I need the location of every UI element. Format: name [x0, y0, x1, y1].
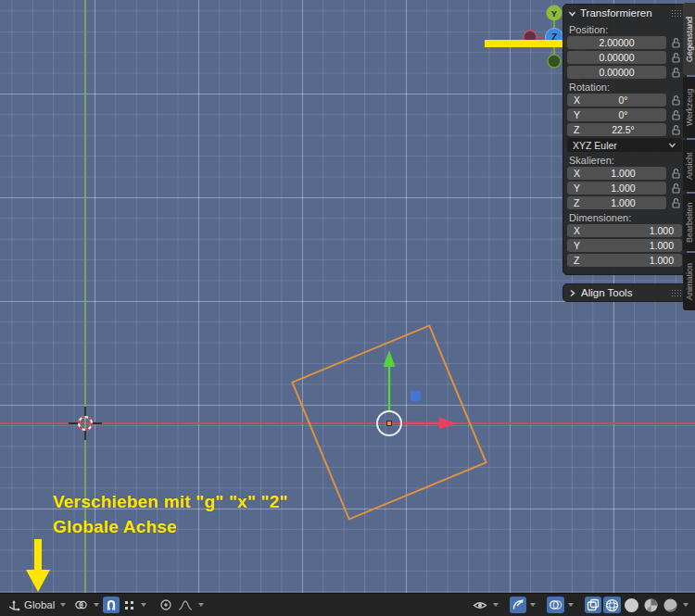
unlock-icon — [671, 124, 681, 135]
dimensions-z-field[interactable]: Z1.000 — [567, 254, 682, 267]
scale-x-field[interactable]: X1.000 — [567, 167, 666, 180]
rotation-x-field[interactable]: X0° — [567, 94, 666, 107]
scale-z-field[interactable]: Z1.000 — [567, 196, 666, 209]
panel-title: Transformieren — [580, 7, 667, 19]
snap-increment-icon — [123, 599, 135, 611]
unlock-icon — [671, 109, 681, 120]
unlock-icon — [671, 37, 681, 48]
gizmo-x-arrow[interactable] — [402, 418, 456, 430]
tab-animation[interactable]: Animation — [683, 253, 695, 310]
scale-label: Skalieren: — [567, 154, 682, 167]
rotation-y-lock[interactable] — [669, 108, 682, 121]
show-gizmo-toggle[interactable] — [510, 597, 526, 613]
pivot-point-icon — [74, 598, 88, 611]
annotation-text: Verschieben mit "g" "x" "2" Globale Achs… — [53, 489, 288, 539]
rotation-y-field[interactable]: Y0° — [567, 108, 666, 121]
eye-icon — [473, 599, 487, 611]
sidebar-tabs: Gegenstand Werkzeug Ansicht Bearbeiten A… — [683, 3, 695, 310]
chevron-down-icon — [683, 603, 689, 607]
annotation-line2: Globale Achse — [53, 514, 288, 539]
shading-solid-button[interactable] — [623, 597, 640, 613]
position-x-field[interactable]: 2.00000 — [567, 36, 666, 49]
rendered-sphere-icon — [663, 598, 677, 612]
scale-x-lock[interactable] — [669, 167, 682, 180]
3d-cursor[interactable] — [69, 407, 102, 440]
rotation-z-lock[interactable] — [669, 123, 682, 136]
snap-settings-dropdown[interactable] — [121, 597, 137, 613]
panel-grip-icon[interactable] — [671, 9, 681, 18]
overlays-icon — [549, 598, 562, 611]
position-y-field[interactable]: 0.00000 — [567, 51, 666, 64]
chevron-down-icon — [530, 603, 536, 607]
wireframe-sphere-icon — [605, 598, 619, 612]
unlock-icon — [671, 52, 681, 63]
tab-ansicht[interactable]: Ansicht — [683, 140, 695, 192]
position-label: Position: — [567, 23, 682, 36]
dimensions-x-field[interactable]: X1.000 — [567, 224, 682, 237]
rotation-mode-dropdown[interactable]: XYZ Euler — [567, 138, 682, 152]
unlock-icon — [671, 94, 681, 106]
transform-panel-header[interactable]: Transformieren — [567, 5, 682, 21]
magnet-icon — [105, 598, 118, 611]
pivot-point-dropdown[interactable] — [72, 597, 90, 613]
chevron-down-icon — [668, 141, 676, 149]
falloff-curve-icon — [178, 599, 193, 611]
chevron-down-icon — [94, 603, 99, 607]
shading-rendered-button[interactable] — [662, 597, 679, 613]
chevron-down-icon — [198, 603, 204, 607]
panel-title: Align Tools — [581, 287, 666, 298]
xray-toggle[interactable] — [585, 597, 601, 613]
orientation-label: Global — [24, 599, 55, 610]
annotation-arrow-down — [25, 539, 51, 593]
transform-panel: Transformieren Position: 2.00000 0.00000… — [562, 4, 687, 275]
tab-werkzeug[interactable]: Werkzeug — [683, 77, 695, 138]
panel-grip-icon[interactable] — [671, 289, 681, 297]
gizmo-icon — [512, 598, 524, 611]
show-overlays-toggle[interactable] — [547, 597, 564, 613]
shading-wireframe-button[interactable] — [603, 597, 621, 613]
tab-bearbeiten[interactable]: Bearbeiten — [683, 194, 695, 251]
dimensions-label: Dimensionen: — [567, 211, 682, 224]
footer-left-group: Global — [5, 597, 206, 613]
transform-orientation-dropdown[interactable]: Global — [5, 597, 70, 613]
solid-sphere-icon — [625, 598, 638, 612]
snap-toggle[interactable] — [103, 597, 120, 613]
object-visibility-dropdown[interactable] — [471, 597, 489, 613]
scale-z-lock[interactable] — [669, 196, 682, 209]
chevron-down-icon — [493, 603, 499, 607]
rotation-label: Rotation: — [567, 81, 682, 94]
chevron-down-icon — [568, 603, 574, 607]
shading-material-button[interactable] — [642, 597, 660, 613]
gizmo-y-arrow[interactable] — [384, 350, 396, 411]
position-x-lock[interactable] — [669, 36, 682, 49]
unlock-icon — [671, 197, 681, 208]
material-sphere-icon — [644, 598, 658, 612]
xray-icon — [587, 598, 600, 611]
tab-gegenstand[interactable]: Gegenstand — [683, 3, 695, 75]
falloff-dropdown[interactable] — [176, 597, 195, 613]
rotation-z-field[interactable]: Z22.5° — [567, 123, 666, 136]
annotation-line1: Verschieben mit "g" "x" "2" — [53, 489, 288, 514]
chevron-right-icon — [568, 289, 576, 297]
proportional-editing-icon — [159, 598, 172, 611]
chevron-down-icon — [141, 603, 146, 607]
gizmo-y-label: Y — [551, 8, 558, 19]
unlock-icon — [671, 182, 681, 194]
move-gizmo[interactable] — [352, 341, 473, 445]
position-y-lock[interactable] — [669, 51, 682, 64]
unlock-icon — [671, 168, 681, 179]
scale-y-field[interactable]: Y1.000 — [567, 182, 666, 195]
blender-window: Y X Z — [0, 0, 695, 616]
dimensions-y-field[interactable]: Y1.000 — [567, 239, 682, 252]
gizmo-plane-handle[interactable] — [411, 391, 421, 401]
orientation-axes-icon — [7, 599, 20, 611]
chevron-down-icon — [60, 603, 66, 607]
position-z-lock[interactable] — [669, 66, 682, 79]
proportional-editing-toggle[interactable] — [158, 597, 174, 613]
rotation-x-lock[interactable] — [669, 94, 682, 107]
object-origin-dot — [387, 421, 392, 426]
scale-y-lock[interactable] — [669, 182, 682, 195]
position-z-field[interactable]: 0.00000 — [567, 66, 666, 79]
unlock-icon — [671, 67, 681, 78]
align-tools-panel[interactable]: Align Tools — [562, 283, 687, 302]
